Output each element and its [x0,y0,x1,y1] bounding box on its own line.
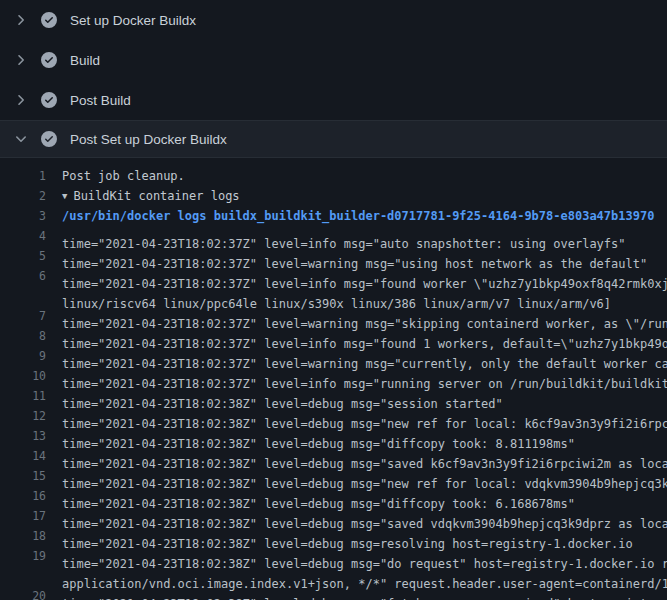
line-text: time="2021-04-23T18:02:38Z" level=debug … [46,506,667,526]
log-line: application/vnd.oci.image.index.v1+json,… [0,566,667,586]
line-text: time="2021-04-23T18:02:37Z" level=info m… [46,326,667,346]
log-line: 20 time="2021-04-23T18:02:38Z" level=deb… [0,586,667,600]
line-text: time="2021-04-23T18:02:37Z" level=info m… [46,266,667,286]
chevron-right-icon [13,92,29,108]
chevron-right-icon [13,12,29,28]
line-text: linux/riscv64 linux/ppc64le linux/s390x … [46,286,611,306]
line-text: time="2021-04-23T18:02:37Z" level=info m… [46,226,626,246]
group-label: BuildKit container logs [73,189,239,203]
step-header-post-build[interactable]: Post Build [0,80,667,120]
line-text: time="2021-04-23T18:02:38Z" level=debug … [46,486,575,506]
line-number[interactable]: 5 [0,246,46,266]
log-line: 6 time="2021-04-23T18:02:37Z" level=info… [0,266,667,286]
log-line: 17 time="2021-04-23T18:02:38Z" level=deb… [0,506,667,526]
log-line: 2 ▼BuildKit container logs [0,186,667,206]
line-number[interactable]: 14 [0,446,46,466]
line-number[interactable]: 11 [0,386,46,406]
check-circle-icon [41,131,57,147]
log-line: 3 /usr/bin/docker logs buildx_buildkit_b… [0,206,667,226]
job-steps: Set up Docker Buildx Build Post Build Po… [0,0,667,600]
log-line: 19 time="2021-04-23T18:02:38Z" level=deb… [0,546,667,566]
chevron-right-icon [13,52,29,68]
step-title: Set up Docker Buildx [70,13,196,28]
log-line: 7 time="2021-04-23T18:02:37Z" level=warn… [0,306,667,326]
log-line: 5 time="2021-04-23T18:02:37Z" level=warn… [0,246,667,266]
line-text: time="2021-04-23T18:02:38Z" level=debug … [46,406,667,426]
line-text: /usr/bin/docker logs buildx_buildkit_bui… [46,206,654,226]
log-viewer: 1 Post job cleanup. 2 ▼BuildKit containe… [0,158,667,600]
step-header-set-up-docker-buildx[interactable]: Set up Docker Buildx [0,0,667,40]
line-number[interactable]: 3 [0,206,46,226]
line-text: time="2021-04-23T18:02:38Z" level=debug … [46,466,667,486]
log-line: 4 time="2021-04-23T18:02:37Z" level=info… [0,226,667,246]
log-line: 10 time="2021-04-23T18:02:37Z" level=inf… [0,366,667,386]
line-text: time="2021-04-23T18:02:37Z" level=warnin… [46,246,647,266]
step-title: Build [70,53,100,68]
line-text: Post job cleanup. [46,166,185,186]
line-number[interactable]: 15 [0,466,46,486]
line-number[interactable]: 8 [0,326,46,346]
log-line: 1 Post job cleanup. [0,166,667,186]
log-lines: 1 Post job cleanup. 2 ▼BuildKit containe… [0,166,667,600]
line-text: time="2021-04-23T18:02:38Z" level=debug … [46,546,667,566]
step-header-build[interactable]: Build [0,40,667,80]
line-text: time="2021-04-23T18:02:38Z" level=debug … [46,386,503,406]
log-line: 12 time="2021-04-23T18:02:38Z" level=deb… [0,406,667,426]
line-number[interactable]: 19 [0,546,46,566]
log-line: linux/riscv64 linux/ppc64le linux/s390x … [0,286,667,306]
line-text: time="2021-04-23T18:02:37Z" level=warnin… [46,306,667,326]
line-number[interactable]: 7 [0,306,46,326]
chevron-down-icon [13,131,29,147]
check-circle-icon [41,92,57,108]
step-header-post-set-up-docker-buildx[interactable]: Post Set up Docker Buildx [0,120,667,158]
line-number[interactable]: 1 [0,166,46,186]
line-number[interactable]: 6 [0,266,46,286]
line-number[interactable]: 20 [0,586,46,600]
line-text: time="2021-04-23T18:02:38Z" level=debug … [46,586,667,600]
log-line: 16 time="2021-04-23T18:02:38Z" level=deb… [0,486,667,506]
line-number[interactable]: 4 [0,226,46,246]
check-circle-icon [41,12,57,28]
line-number[interactable]: 2 [0,186,46,206]
line-number[interactable]: 12 [0,406,46,426]
line-number[interactable]: 16 [0,486,46,506]
step-title: Post Set up Docker Buildx [70,132,227,147]
check-circle-icon [41,52,57,68]
log-line: 8 time="2021-04-23T18:02:37Z" level=info… [0,326,667,346]
line-number[interactable]: 17 [0,506,46,526]
log-line: 13 time="2021-04-23T18:02:38Z" level=deb… [0,426,667,446]
group-toggle-icon[interactable]: ▼ [62,186,67,206]
log-line: 14 time="2021-04-23T18:02:38Z" level=deb… [0,446,667,466]
line-number[interactable] [0,286,46,306]
log-line: 18 time="2021-04-23T18:02:38Z" level=deb… [0,526,667,546]
line-number[interactable]: 13 [0,426,46,446]
line-number[interactable]: 9 [0,346,46,366]
line-text: ▼BuildKit container logs [46,186,240,206]
line-number[interactable]: 10 [0,366,46,386]
line-text: time="2021-04-23T18:02:37Z" level=info m… [46,366,667,386]
line-text: application/vnd.oci.image.index.v1+json,… [46,566,667,586]
line-text: time="2021-04-23T18:02:37Z" level=warnin… [46,346,667,366]
line-text: time="2021-04-23T18:02:38Z" level=debug … [46,526,633,546]
line-text: time="2021-04-23T18:02:38Z" level=debug … [46,426,575,446]
step-title: Post Build [70,93,131,108]
line-text: time="2021-04-23T18:02:38Z" level=debug … [46,446,667,466]
line-number[interactable] [0,566,46,586]
line-number[interactable]: 18 [0,526,46,546]
log-line: 15 time="2021-04-23T18:02:38Z" level=deb… [0,466,667,486]
log-line: 9 time="2021-04-23T18:02:37Z" level=warn… [0,346,667,366]
